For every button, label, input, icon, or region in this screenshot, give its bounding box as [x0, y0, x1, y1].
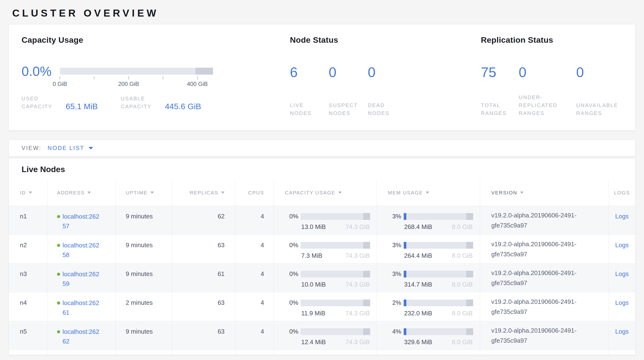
node-address-cell: localhost:26261 — [48, 292, 116, 321]
header-replicas-label: REPLICAS — [190, 190, 218, 196]
capacity-percent-label: 0% — [285, 299, 298, 306]
header-address-label: ADDRESS — [57, 190, 85, 196]
capacity-total-value: 74.3 GiB — [346, 281, 370, 288]
table-row: n1 localhost:26257 9 minutes 62 4 0% 13.… — [9, 206, 635, 235]
used-capacity-label: USED CAPACITY — [22, 95, 60, 110]
header-uptime-label: UPTIME — [126, 190, 148, 196]
node-mem-usage-cell: 3% 314.7 MiB 8.0 GiB — [377, 264, 480, 292]
node-status-section: Node Status 6 LIVE NODES 0 SUSPECT NODES… — [290, 35, 396, 117]
under-replicated-ranges-stat: 0 UNDER-REPLICATED RANGES — [519, 65, 576, 117]
node-mem-usage-cell: 3% 264.4 MiB 8.0 GiB — [377, 235, 480, 263]
capacity-usage-section: Capacity Usage 0.0% — [22, 35, 232, 110]
header-capacity-usage-label: CAPACITY USAGE — [285, 190, 335, 196]
table-row-partial — [9, 350, 635, 355]
live-nodes-stat: 6 LIVE NODES — [290, 65, 329, 117]
node-mem-usage-cell: 3% 268.4 MiB 8.0 GiB — [377, 206, 480, 235]
node-address-link[interactable]: localhost:26258 — [62, 241, 100, 260]
capacity-used-value: 7.3 MiB — [301, 252, 322, 259]
node-address-cell: localhost:26259 — [48, 264, 116, 292]
node-uptime-cell: 2 minutes — [116, 292, 172, 321]
unavailable-ranges-label: UNAVAILABLE RANGES — [576, 101, 635, 117]
node-status-stats: 6 LIVE NODES 0 SUSPECT NODES 0 DEAD NODE… — [290, 65, 396, 117]
page-title: CLUSTER OVERVIEW — [12, 8, 636, 19]
header-uptime[interactable]: UPTIME — [116, 179, 172, 206]
logs-link[interactable]: Logs — [615, 241, 629, 263]
capacity-axis-ticks — [60, 76, 213, 80]
node-logs-cell: Logs — [609, 321, 635, 350]
logs-link[interactable]: Logs — [615, 299, 629, 321]
node-version-cell: v19.2.0-alpha.20190606-2491-gfe735c9a97 — [480, 321, 609, 350]
logs-link[interactable]: Logs — [615, 270, 629, 292]
header-id[interactable]: ID — [9, 179, 48, 206]
capacity-percent-label: 0% — [285, 241, 298, 249]
header-address[interactable]: ADDRESS — [48, 179, 116, 206]
capacity-stats: USED CAPACITY 65.1 MiB USABLE CAPACITY 4… — [22, 95, 232, 110]
node-live-status-icon — [57, 273, 60, 276]
header-replicas[interactable]: REPLICAS — [172, 179, 236, 206]
header-mem-usage[interactable]: MEM USAGE — [377, 179, 480, 206]
sort-desc-icon — [221, 192, 224, 194]
node-address-link[interactable]: localhost:26262 — [62, 327, 100, 346]
capacity-usage-bar — [301, 242, 370, 249]
usable-capacity-stat: USABLE CAPACITY 445.6 GiB — [121, 95, 201, 110]
table-row: n4 localhost:26261 2 minutes 63 4 0% 11.… — [9, 292, 635, 321]
mem-total-value: 8.0 GiB — [452, 252, 473, 259]
capacity-percent: 0.0% — [22, 65, 51, 78]
node-version-cell: v19.2.0-alpha.20190606-2491-gfe735c9a97 — [480, 235, 609, 263]
mem-percent-label: 3% — [388, 241, 401, 249]
view-label: VIEW: — [22, 145, 42, 151]
header-id-label: ID — [20, 190, 26, 196]
capacity-percent-label: 0% — [285, 213, 298, 220]
header-capacity-usage[interactable]: CAPACITY USAGE — [274, 179, 377, 206]
chevron-down-icon — [89, 147, 93, 149]
capacity-usage-bar — [301, 213, 370, 220]
mem-used-value: 232.0 MiB — [404, 310, 432, 317]
axis-label-0: 0 GiB — [53, 81, 67, 87]
header-cpus: CPUS — [235, 179, 274, 206]
capacity-usage-title: Capacity Usage — [22, 35, 232, 45]
node-replicas-cell: 63 — [172, 235, 236, 263]
logs-link[interactable]: Logs — [615, 328, 629, 350]
view-selector-bar: VIEW: NODE LIST — [8, 140, 636, 156]
mem-total-value: 8.0 GiB — [452, 310, 473, 317]
axis-label-400: 400 GiB — [187, 81, 208, 87]
node-address-link[interactable]: localhost:26257 — [62, 212, 100, 231]
node-address-link[interactable]: localhost:26261 — [62, 298, 100, 317]
summary-card: Capacity Usage 0.0% — [8, 24, 636, 131]
node-replicas-cell: 62 — [172, 206, 236, 235]
header-version[interactable]: VERSION — [480, 179, 609, 206]
header-version-label: VERSION — [491, 188, 517, 198]
node-address-link[interactable]: localhost:26259 — [62, 269, 100, 288]
usable-capacity-label: USABLE CAPACITY — [121, 95, 158, 110]
node-version-cell: v19.2.0-alpha.20190606-2491-gfe735c9a97 — [480, 206, 609, 235]
capacity-bar: 0 GiB 200 GiB 400 GiB — [60, 68, 213, 88]
capacity-percent-label: 0% — [285, 270, 298, 278]
mem-percent-label: 4% — [388, 328, 401, 335]
node-live-status-icon — [57, 301, 60, 305]
live-nodes-count: 6 — [290, 65, 329, 80]
capacity-used-value: 11.9 MiB — [301, 310, 325, 317]
node-live-status-icon — [57, 215, 60, 218]
node-logs-cell: Logs — [609, 235, 635, 263]
sort-desc-icon — [150, 192, 154, 194]
node-version-cell: v19.2.0-alpha.20190606-2491-gfe735c9a97 — [480, 264, 609, 292]
capacity-bar-reserved-segment — [196, 68, 213, 75]
mem-percent-label: 2% — [388, 299, 401, 306]
node-cpus-cell: 4 — [235, 206, 274, 235]
logs-link[interactable]: Logs — [615, 213, 629, 235]
capacity-total-value: 74.3 GiB — [346, 310, 370, 317]
dead-nodes-label: DEAD NODES — [368, 101, 396, 117]
usable-capacity-value: 445.6 GiB — [165, 102, 201, 111]
capacity-gauge: 0.0% 0 GiB 200 GiB — [22, 68, 232, 88]
suspect-nodes-label: SUSPECT NODES — [329, 101, 362, 117]
live-nodes-label: LIVE NODES — [290, 101, 319, 117]
node-uptime-cell: 9 minutes — [116, 321, 172, 350]
view-select-dropdown[interactable]: NODE LIST — [48, 145, 93, 151]
header-mem-usage-label: MEM USAGE — [388, 190, 423, 196]
node-address-cell: localhost:26262 — [48, 321, 116, 350]
capacity-bar-track — [60, 68, 213, 75]
node-cpus-cell: 4 — [235, 321, 274, 350]
replication-status-title: Replication Status — [481, 35, 635, 45]
suspect-nodes-stat: 0 SUSPECT NODES — [329, 65, 368, 117]
mem-usage-bar — [404, 299, 473, 306]
